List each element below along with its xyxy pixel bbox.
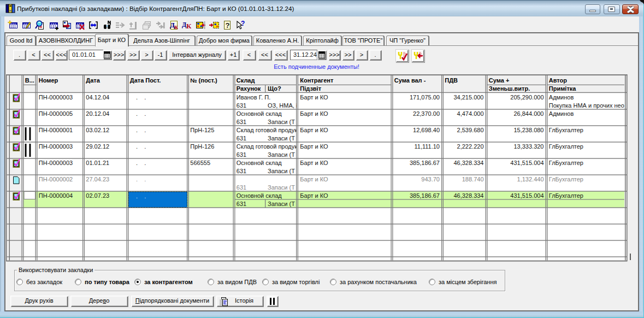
svg-text:?: ? (226, 21, 230, 30)
svg-text:К: К (186, 22, 192, 30)
svg-text:к: к (174, 23, 178, 31)
svg-text:?: ? (241, 20, 245, 27)
